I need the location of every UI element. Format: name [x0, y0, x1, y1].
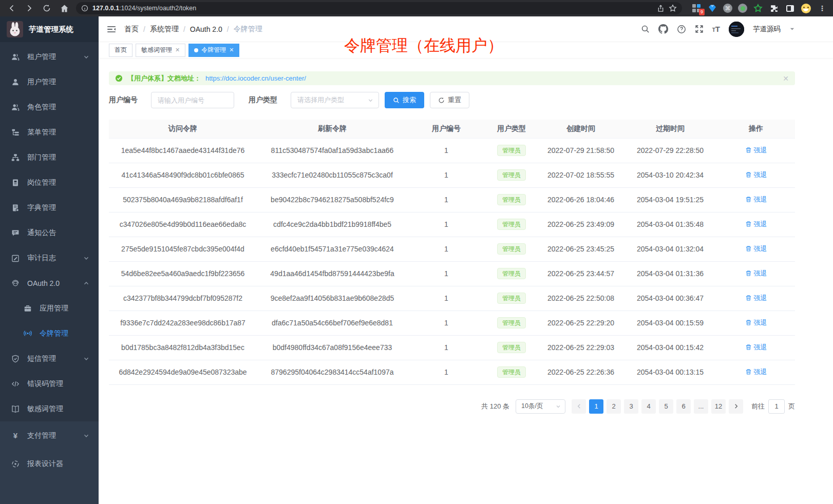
- page-button-6[interactable]: 6: [676, 399, 691, 414]
- browser-reload-icon[interactable]: [40, 2, 53, 15]
- user-id-cell: 1: [408, 286, 485, 311]
- force-logout-link[interactable]: 强退: [745, 294, 767, 303]
- reset-button-label: 重置: [448, 95, 461, 105]
- sidebar-item-oauth2[interactable]: OAuth 2.0: [0, 270, 99, 296]
- sidebar-item-tenant[interactable]: 租户管理: [0, 44, 99, 69]
- tab-敏感词管理[interactable]: 敏感词管理✕: [136, 44, 185, 57]
- tab-close-icon[interactable]: ✕: [175, 47, 180, 53]
- extension-grid-icon[interactable]: 9: [691, 3, 702, 13]
- page-button-4[interactable]: 4: [641, 399, 656, 414]
- sidebar-item-oauth2-token[interactable]: 令牌管理: [0, 321, 99, 346]
- created-time-cell: 2022-06-25 23:44:57: [538, 261, 623, 286]
- table-row: f9336e7c7dd242a283ee98dc86b17a87dfa6c71a…: [109, 311, 795, 335]
- created-time-cell: 2022-06-25 22:29:03: [538, 335, 623, 360]
- extension-emoji-icon[interactable]: [801, 3, 811, 13]
- refresh-token-cell: dfa6c71a50a54c66bef706ef9e6e8d81: [257, 311, 408, 335]
- fullscreen-icon[interactable]: [695, 25, 704, 33]
- sidebar-item-report-designer[interactable]: 报表设计器: [0, 450, 99, 478]
- user-id-cell: 1: [408, 212, 485, 237]
- actions-cell: 强退: [717, 335, 795, 360]
- extension-star-icon[interactable]: [753, 3, 763, 13]
- force-logout-link[interactable]: 强退: [745, 146, 767, 155]
- user-id-input[interactable]: [151, 92, 234, 108]
- breadcrumb-item[interactable]: 系统管理: [150, 25, 179, 34]
- expire-time-cell: 2054-03-04 01:35:48: [623, 212, 717, 237]
- alert-link[interactable]: https://doc.iocoder.cn/user-center/: [205, 74, 306, 82]
- extension-puzzle-icon[interactable]: [769, 3, 779, 13]
- access-token-cell: 41c41346a548490f9dc8b01c6bfe0865: [109, 163, 257, 187]
- search-icon: [393, 97, 400, 104]
- tab-令牌管理[interactable]: 令牌管理✕: [188, 44, 239, 57]
- browser-forward-icon[interactable]: [23, 2, 36, 15]
- sidebar-item-sms[interactable]: 短信管理: [0, 346, 99, 371]
- force-logout-link[interactable]: 强退: [745, 244, 767, 254]
- chevron-down-icon[interactable]: [789, 26, 795, 32]
- dict-icon: [11, 204, 20, 212]
- access-token-cell: 54d6be82ee5a460a9aedc1f9bf223656: [109, 261, 257, 286]
- user-type-cell: 管理员: [485, 261, 538, 286]
- goto-page-input[interactable]: [768, 399, 785, 414]
- page-button-12[interactable]: 12: [711, 399, 726, 414]
- user-type-cell: 管理员: [485, 286, 538, 311]
- browser-back-icon[interactable]: [5, 2, 18, 15]
- sidebar-item-audit-log[interactable]: 审计日志: [0, 245, 99, 270]
- prev-page-button[interactable]: [572, 399, 586, 414]
- sidebar-item-role[interactable]: 角色管理: [0, 94, 99, 120]
- help-icon[interactable]: [677, 25, 686, 34]
- address-bar[interactable]: 127.0.0.1:1024/system/oauth2/token: [76, 2, 682, 14]
- search-button[interactable]: 搜索: [385, 92, 424, 108]
- badge-icon: [11, 179, 20, 187]
- next-page-button[interactable]: [729, 399, 743, 414]
- force-logout-link[interactable]: 强退: [745, 367, 767, 377]
- share-icon[interactable]: [657, 5, 665, 12]
- page-button-2[interactable]: 2: [607, 399, 621, 414]
- breadcrumb-item[interactable]: OAuth 2.0: [190, 25, 222, 33]
- sidebar-item-dept[interactable]: 部门管理: [0, 145, 99, 170]
- sidebar-item-pay[interactable]: ¥支付管理: [0, 421, 99, 450]
- more-pages-button[interactable]: ...: [694, 399, 708, 414]
- sidebar-item-oauth2-app[interactable]: 应用管理: [0, 296, 99, 321]
- reset-button[interactable]: 重置: [430, 92, 469, 108]
- breadcrumb-item[interactable]: 首页: [124, 25, 139, 34]
- force-logout-link[interactable]: 强退: [745, 195, 767, 204]
- sidebar-item-menu[interactable]: 菜单管理: [0, 120, 99, 145]
- page-info-icon[interactable]: [81, 5, 88, 12]
- pagination: 共 120 条 10条/页 123456...12 前往 页: [109, 399, 795, 414]
- force-logout-link[interactable]: 强退: [745, 170, 767, 180]
- browser-home-icon[interactable]: [58, 2, 71, 15]
- force-logout-link[interactable]: 强退: [745, 220, 767, 229]
- page-button-3[interactable]: 3: [624, 399, 638, 414]
- page-button-5[interactable]: 5: [659, 399, 673, 414]
- alert-close-icon[interactable]: ✕: [783, 74, 789, 83]
- sidebar-item-dict[interactable]: 字典管理: [0, 195, 99, 220]
- table-row: 41c41346a548490f9dc8b01c6bfe0865333ecfc7…: [109, 163, 795, 187]
- user-type-select[interactable]: 请选择用户类型: [291, 92, 379, 108]
- chevron-down-icon: [82, 356, 90, 362]
- collapse-menu-icon[interactable]: [107, 25, 116, 33]
- tab-close-icon[interactable]: ✕: [229, 47, 234, 53]
- extension-gem-icon[interactable]: [707, 3, 717, 13]
- sidebar-item-post[interactable]: 岗位管理: [0, 170, 99, 195]
- page-size-select[interactable]: 10条/页: [516, 399, 565, 414]
- search-icon[interactable]: [641, 25, 650, 33]
- tab-首页[interactable]: 首页: [109, 44, 132, 57]
- extension-recorder-icon[interactable]: [738, 4, 747, 13]
- sidebar-item-error-code[interactable]: 错误码管理: [0, 371, 99, 396]
- extension-command-icon[interactable]: ⌘: [723, 4, 732, 13]
- sidebar-item-sensitive-word[interactable]: 敏感词管理: [0, 396, 99, 421]
- username[interactable]: 芋道源码: [753, 25, 781, 34]
- sidebar-item-notice[interactable]: 通知公告: [0, 220, 99, 245]
- github-icon[interactable]: [658, 24, 668, 34]
- sidebar-item-user[interactable]: 用户管理: [0, 69, 99, 94]
- user-avatar[interactable]: [729, 22, 744, 37]
- bookmark-star-icon[interactable]: [669, 4, 677, 12]
- extension-sidebar-icon[interactable]: [785, 3, 795, 13]
- force-logout-link[interactable]: 强退: [745, 343, 767, 352]
- browser-menu-icon[interactable]: ⋮: [817, 4, 828, 12]
- page-button-1[interactable]: 1: [589, 399, 603, 414]
- actions-cell: 强退: [717, 360, 795, 384]
- font-size-icon[interactable]: TT: [712, 25, 720, 33]
- force-logout-link[interactable]: 强退: [745, 269, 767, 278]
- table-row: 54d6be82ee5a460a9aedc1f9bf22365649d1aa46…: [109, 261, 795, 286]
- force-logout-link[interactable]: 强退: [745, 318, 767, 327]
